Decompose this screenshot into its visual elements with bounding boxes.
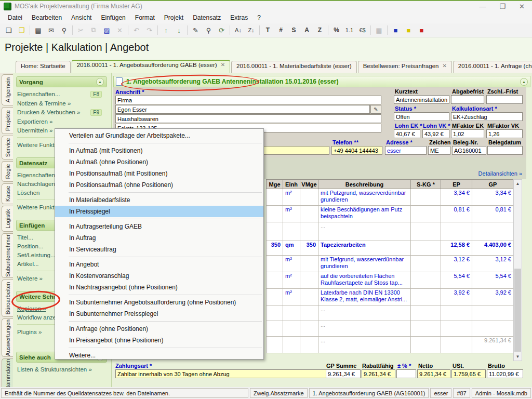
cell-gp[interactable] <box>472 321 514 337</box>
cell-beschreibung[interactable]: ... <box>318 321 411 337</box>
anschrift-line1-field[interactable]: Firma <box>115 96 381 104</box>
menu-item-auftrag[interactable]: In Auftrag <box>55 232 263 244</box>
table-row[interactable]: m² Latexfarbe nach DIN EN 13300 Klasse 2… <box>267 289 514 305</box>
table-scrollbar[interactable]: ▲ ▼ <box>513 179 522 361</box>
address-edit-button[interactable]: ✎ <box>370 105 381 114</box>
excel-export-icon[interactable]: ▦ <box>373 25 385 35</box>
vtab-logistik[interactable]: Logistik <box>2 206 13 232</box>
detailansichten-link[interactable]: Detailansichten » <box>469 170 522 177</box>
open-folder-icon[interactable]: ❐ <box>15 25 28 35</box>
menu-ansicht[interactable]: Ansicht <box>66 12 96 23</box>
cell-mge[interactable] <box>267 272 283 289</box>
vtab-bueroarbeiten[interactable]: Büroarbeiten <box>2 280 13 317</box>
cell-mge[interactable] <box>267 189 283 206</box>
beleg-nr-field[interactable]: AG160001 <box>452 146 486 155</box>
undo-icon[interactable]: ↶ <box>130 25 143 35</box>
menu-item-aufmass-ohne[interactable]: In Aufmaß (ohne Positionen) <box>55 156 263 168</box>
tab-close-icon[interactable]: ✕ <box>442 63 446 73</box>
vtab-allgemein[interactable]: Allgemein <box>2 74 13 105</box>
menu-format[interactable]: Format <box>130 12 159 23</box>
cell-skg[interactable] <box>411 321 441 337</box>
table-row[interactable]: ... <box>267 305 514 321</box>
maximize-button[interactable]: ❐ <box>499 3 506 10</box>
close-button[interactable]: ✕ <box>519 3 525 10</box>
sort-ascending-icon[interactable]: A↓ <box>232 25 245 35</box>
cell-einh[interactable]: m² <box>283 289 300 305</box>
sidebar-item-exportieren[interactable]: Exportieren » <box>16 117 107 126</box>
print-send-icon[interactable]: ✉ <box>45 25 58 35</box>
menu-projekt[interactable]: Projekt <box>159 12 188 23</box>
copy-icon[interactable]: ⧉ <box>87 25 100 35</box>
menu-einfuegen[interactable]: Einfügen <box>96 12 130 23</box>
menu-hilfe[interactable]: ? <box>252 12 265 23</box>
zschl-frist-field[interactable] <box>486 95 523 104</box>
vtab-auswertungen[interactable]: Auswertungen <box>2 318 13 357</box>
vtab-subunternehmer[interactable]: Subunternehmer <box>2 233 13 278</box>
cell-ep[interactable] <box>441 321 472 337</box>
anschrift-line2-field[interactable]: Egon Esser <box>115 105 370 114</box>
table-row[interactable]: m² kleine Beschädigungen am Putz beispac… <box>267 206 514 222</box>
cell-gp[interactable]: 3,92 € <box>472 289 514 305</box>
tab-anfrage[interactable]: 2016.00011 - 1. Anfrage (christensen) ✕ <box>453 61 532 73</box>
rabatt-prozent-field[interactable] <box>396 369 416 378</box>
scrollbar-thumb[interactable] <box>514 269 521 352</box>
cell-gp[interactable] <box>472 305 514 321</box>
cell-skg[interactable] <box>411 272 441 289</box>
sidebar-item-notizen-termine[interactable]: Notizen & Termine » <box>16 99 107 108</box>
cell-mge[interactable] <box>267 256 283 272</box>
lohn-vk-field[interactable]: 43,92 € <box>422 129 449 138</box>
scroll-up-icon[interactable]: ▲ <box>514 180 522 188</box>
outline-numbering-icon[interactable]: 1.1 <box>343 25 356 35</box>
abgabefrist-field[interactable] <box>451 95 484 104</box>
cell-vmge[interactable] <box>300 206 318 222</box>
cell-mge[interactable]: 350 <box>267 241 283 256</box>
sidebar-item-listen-strukturansichten[interactable]: Listen & Strukturansichten » <box>16 365 107 374</box>
adresse-field[interactable]: esser <box>385 146 427 155</box>
refresh-icon[interactable]: ⟳ <box>215 25 228 35</box>
menu-bearbeiten[interactable]: Bearbeiten <box>27 12 66 23</box>
cell-vmge[interactable]: 350 <box>300 241 318 256</box>
col-header-ep[interactable]: EP <box>441 180 472 189</box>
tab-materialbedarfsliste[interactable]: 2016.00011 - 1. Materialbedarfsliste (es… <box>231 61 357 73</box>
vtab-projekte[interactable]: Projekte <box>2 107 13 134</box>
cell-mge[interactable] <box>267 337 283 353</box>
table-row[interactable]: ... <box>267 321 514 337</box>
cell-beschreibung[interactable]: auf die vorbereiteten Flächen Rauhfasert… <box>318 272 411 289</box>
tab-preisanfragen[interactable]: Bestellwesen: Preisanfragen ✕ <box>358 61 452 73</box>
cell-beschreibung[interactable]: ... <box>318 222 411 241</box>
format-position-icon[interactable]: # <box>274 25 287 35</box>
search-document-icon[interactable]: ⚲ <box>202 25 215 35</box>
kalkulationsart-field[interactable]: EK+Zuschlag <box>451 112 523 121</box>
cell-einh[interactable] <box>283 222 300 241</box>
table-row[interactable]: m² mit Putzgrund, wasserverdünnbar grund… <box>267 189 514 206</box>
kurztext-field[interactable]: Antenneninstallation <box>394 95 449 104</box>
cell-ep[interactable]: 5,54 € <box>441 272 472 289</box>
menu-item-weitere[interactable]: Weitere... <box>55 350 263 360</box>
cell-vmge[interactable] <box>300 256 318 272</box>
cell-einh[interactable] <box>283 305 300 321</box>
cell-beschreibung[interactable]: Latexfarbe nach DIN EN 13300 Klasse 2, m… <box>318 289 411 305</box>
cell-vmge[interactable] <box>300 272 318 289</box>
cell-ep[interactable]: 12,58 € <box>441 241 472 256</box>
minimize-button[interactable]: — <box>479 3 486 10</box>
menu-item-subunternehmer-preisspiegel[interactable]: In Subunternehmer Preisspiegel <box>55 308 263 320</box>
cell-gp[interactable]: 9.261,34 € <box>472 337 514 353</box>
mfaktor-ek-field[interactable]: 1,02 <box>451 129 484 138</box>
cell-ep[interactable]: 3,34 € <box>441 189 472 206</box>
menu-item-auftragserteilung-gaeb[interactable]: In Auftragserteilung GAEB <box>55 221 263 232</box>
cell-beschreibung[interactable]: mit Putzgrund, wasserverdünnbar grundier… <box>318 189 411 206</box>
format-sum-icon[interactable]: Z <box>313 25 326 35</box>
cell-skg[interactable] <box>411 206 441 222</box>
cell-ep[interactable]: 3,92 € <box>441 289 472 305</box>
edit-pencil-icon[interactable]: ✎ <box>189 25 202 35</box>
cell-ep[interactable] <box>441 222 472 241</box>
cell-einh[interactable] <box>283 337 300 353</box>
paste-icon[interactable]: ▨ <box>100 25 113 35</box>
collapse-icon[interactable]: ▲ <box>96 78 104 86</box>
menu-item-materialbedarfsliste[interactable]: In Materialbedarfsliste <box>55 194 263 206</box>
cell-gp[interactable] <box>472 222 514 241</box>
col-header-mge[interactable]: Mge <box>267 180 283 189</box>
cell-gp[interactable]: 5,54 € <box>472 272 514 289</box>
sidebar-item-eigenschaften[interactable]: Eigenschaften... F8 <box>16 89 107 99</box>
cell-skg[interactable] <box>411 337 441 353</box>
